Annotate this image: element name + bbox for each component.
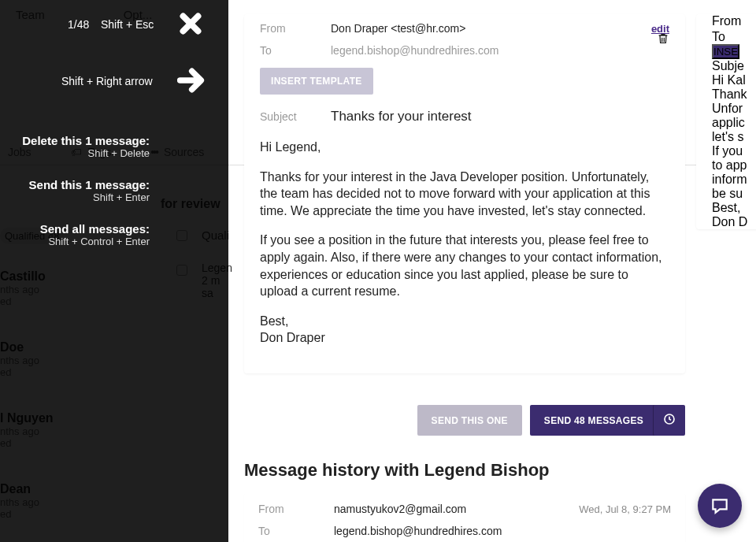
- send-all-button[interactable]: SEND 48 MESSAGES: [530, 405, 658, 436]
- help-chat-fab[interactable]: [698, 484, 742, 528]
- action-bar: SEND THIS ONE SEND 48 MESSAGES: [244, 397, 685, 444]
- from-label: From: [260, 22, 331, 35]
- insert-template-button[interactable]: INSERT TEMPLATE: [260, 68, 373, 95]
- to-label: To: [260, 44, 331, 57]
- history-time: Wed, Jul 8, 9:27 PM: [579, 503, 671, 515]
- history-title: Message history with Legend Bishop: [244, 454, 685, 493]
- message-counter: 1/48: [68, 18, 89, 31]
- next-compose-pane: From To INSE Subje Hi Kal ThankUnforappl…: [696, 14, 756, 229]
- shortcut-overlay: 1/48 Shift + Esc Shift + Right arrow Del…: [0, 0, 228, 542]
- shortcut-close-label: Shift + Esc: [101, 18, 154, 31]
- history-from-value: namustyukov2@gmail.com: [334, 503, 579, 515]
- trash-icon[interactable]: [657, 32, 669, 49]
- close-icon[interactable]: [172, 5, 209, 43]
- history-to-label: To: [258, 525, 334, 537]
- history-from-label: From: [258, 503, 334, 515]
- subject-label: Subject: [260, 110, 331, 123]
- arrow-right-icon[interactable]: [172, 61, 209, 99]
- schedule-button[interactable]: [653, 405, 685, 436]
- shortcut-delete: Delete this 1 message: Shift + Delete: [22, 134, 150, 159]
- send-this-one-button[interactable]: SEND THIS ONE: [417, 405, 522, 436]
- message-body[interactable]: Hi Legend, Thanks for your interest in t…: [244, 136, 685, 373]
- shortcut-next-label: Shift + Right arrow: [61, 75, 153, 87]
- compose-pane: From Don Draper <test@hr.com> edit To le…: [244, 14, 685, 373]
- subject-field[interactable]: Thanks for your interest: [331, 109, 472, 124]
- insert-template-button-next[interactable]: INSE: [712, 44, 739, 59]
- shortcut-send-all: Send all messages: Shift + Control + Ent…: [40, 222, 150, 247]
- message-history: Message history with Legend Bishop From …: [244, 454, 685, 542]
- to-field[interactable]: legend.bishop@hundredhires.com: [331, 44, 669, 57]
- shortcut-send-one: Send this 1 message: Shift + Enter: [29, 178, 150, 203]
- from-value: Don Draper <test@hr.com>: [331, 22, 628, 35]
- history-to-value: legend.bishop@hundredhires.com: [334, 525, 671, 537]
